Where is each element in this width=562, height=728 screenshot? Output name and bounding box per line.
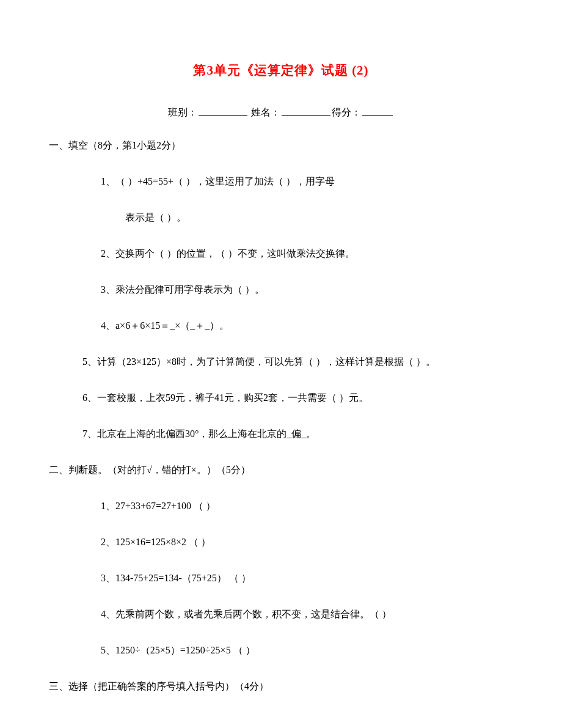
s1-q4: 4、a×6＋6×15＝_×（_＋_）。 — [101, 318, 513, 333]
s1-q3: 3、乘法分配律可用字母表示为（ ）。 — [101, 282, 513, 297]
s2-q5: 5、1250÷（25×5）=1250÷25×5 （ ） — [101, 643, 513, 658]
name-blank[interactable] — [282, 106, 330, 116]
document-title: 第3单元《运算定律》试题 (2) — [49, 61, 513, 81]
section-2-header: 二、判断题。（对的打√，错的打×。）（5分） — [49, 463, 513, 477]
class-blank[interactable] — [199, 106, 247, 116]
score-label: 得分： — [332, 107, 361, 117]
s1-q1: 1、（ ）+45=55+（ ），这里运用了加法（ ），用字母 — [101, 174, 513, 189]
class-label: 班别： — [168, 107, 197, 117]
student-info-row: 班别： 姓名：得分： — [49, 105, 513, 120]
score-blank[interactable] — [362, 106, 393, 116]
s2-q3: 3、134-75+25=134-（75+25） （ ） — [101, 571, 513, 586]
section-3-header: 三、选择（把正确答案的序号填入括号内）（4分） — [49, 679, 513, 694]
section-1-header: 一、填空（8分，第1小题2分） — [49, 138, 513, 153]
s1-q7: 7、北京在上海的北偏西30°，那么上海在北京的_偏_。 — [82, 427, 513, 441]
s2-q4: 4、先乘前两个数，或者先乘后两个数，积不变，这是结合律。（ ） — [101, 607, 513, 622]
s1-q2: 2、交换两个（ ）的位置，（ ）不变，这叫做乘法交换律。 — [101, 246, 513, 261]
s2-q2: 2、125×16=125×8×2 （ ） — [101, 535, 513, 550]
s1-q6: 6、一套校服，上衣59元，裤子41元，购买2套，一共需要（ ）元。 — [82, 391, 513, 405]
s1-q1-cont: 表示是（ ）。 — [125, 210, 513, 225]
s1-q5: 5、计算（23×125）×8时，为了计算简便，可以先算（ ），这样计算是根据（ … — [82, 355, 513, 369]
name-label: 姓名： — [251, 107, 280, 117]
s2-q1: 1、27+33+67=27+100 （ ） — [101, 499, 513, 513]
